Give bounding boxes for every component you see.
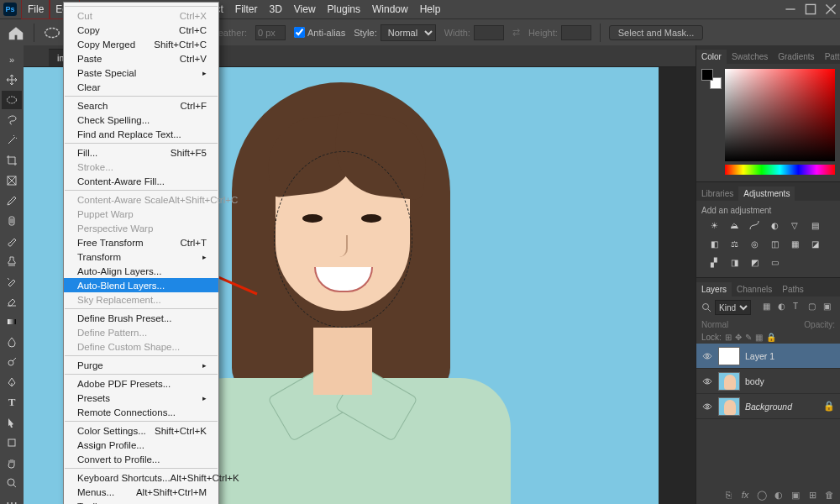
adj-new-icon[interactable]: ◐ xyxy=(773,489,785,501)
zoom-tool-icon[interactable] xyxy=(2,474,22,492)
filter-shape-icon[interactable]: ▢ xyxy=(808,302,820,313)
lookup-icon[interactable]: ▦ xyxy=(787,237,802,250)
menu-find-and-replace-text[interactable]: Find and Replace Text... xyxy=(64,127,218,141)
minimize-icon[interactable] xyxy=(785,3,796,15)
visibility-icon[interactable] xyxy=(701,375,713,387)
filter-type-icon[interactable]: T xyxy=(793,302,805,313)
mask-icon[interactable]: ◯ xyxy=(756,489,768,501)
invert-icon[interactable]: ◪ xyxy=(807,237,822,250)
menu-item-file[interactable]: File xyxy=(22,0,50,18)
menu-adobe-pdf-presets[interactable]: Adobe PDF Presets... xyxy=(64,376,218,391)
lock-pix-icon[interactable]: ✎ xyxy=(745,333,752,342)
vibrance-icon[interactable]: ▽ xyxy=(787,218,802,232)
cbalance-icon[interactable]: ⚖ xyxy=(727,237,742,250)
visibility-icon[interactable] xyxy=(701,401,713,412)
tab-patter[interactable]: Patter xyxy=(820,50,840,64)
collapse-icon[interactable]: » xyxy=(2,50,22,69)
hue-icon[interactable]: ▤ xyxy=(807,218,822,232)
eyedropper-tool-icon[interactable] xyxy=(2,192,22,210)
new-layer-icon[interactable]: ⊞ xyxy=(806,489,818,501)
brightness-icon[interactable]: ☀ xyxy=(706,218,722,232)
menu-item-filter[interactable]: Filter xyxy=(229,0,264,18)
lasso-tool-icon[interactable] xyxy=(2,111,22,129)
heal-tool-icon[interactable] xyxy=(2,212,22,230)
filter-adj-icon[interactable]: ◐ xyxy=(778,302,790,313)
tab-gradients[interactable]: Gradients xyxy=(773,50,819,64)
crop-tool-icon[interactable] xyxy=(2,151,22,170)
marquee-tool-icon[interactable] xyxy=(2,91,22,109)
menu-content-aware-fill[interactable]: Content-Aware Fill... xyxy=(64,174,218,188)
search-icon[interactable] xyxy=(701,302,711,312)
maximize-icon[interactable] xyxy=(805,3,816,15)
menu-fill[interactable]: Fill...Shift+F5 xyxy=(64,145,218,160)
menu-item-view[interactable]: View xyxy=(288,0,322,18)
menu-define-brush-preset[interactable]: Define Brush Preset... xyxy=(64,311,218,325)
menu-search[interactable]: SearchCtrl+F xyxy=(64,98,218,113)
link-icon[interactable]: ⎘ xyxy=(722,489,734,501)
photo-filter-icon[interactable]: ◎ xyxy=(747,237,762,250)
shape-tool-icon[interactable] xyxy=(2,433,22,452)
home-icon[interactable] xyxy=(7,24,25,42)
layer-row[interactable]: Background🔒 xyxy=(696,394,840,419)
antialias-checkbox[interactable]: Anti-alias xyxy=(294,27,345,38)
opacity-label[interactable]: Opacity: xyxy=(804,320,835,329)
tab-adjustments[interactable]: Adjustments xyxy=(738,186,795,201)
dodge-tool-icon[interactable] xyxy=(2,353,22,371)
move-tool-icon[interactable] xyxy=(2,71,22,89)
folder-icon[interactable]: ▣ xyxy=(790,489,801,501)
gradmap-icon[interactable]: ▭ xyxy=(767,255,782,269)
menu-purge[interactable]: Purge xyxy=(64,358,218,372)
menu-clear[interactable]: Clear xyxy=(64,80,218,94)
posterize-icon[interactable]: ▞ xyxy=(706,255,722,269)
menu-item-window[interactable]: Window xyxy=(366,0,414,18)
fx-icon[interactable]: fx xyxy=(739,489,751,501)
panel-fg-bg[interactable] xyxy=(701,69,722,89)
mixer-icon[interactable]: ◫ xyxy=(767,237,782,250)
hand-tool-icon[interactable] xyxy=(2,454,22,472)
menu-paste-special[interactable]: Paste Special xyxy=(64,66,218,80)
menu-copy-merged[interactable]: Copy MergedShift+Ctrl+C xyxy=(64,37,218,51)
levels-icon[interactable]: ⛰ xyxy=(727,218,742,232)
menu-auto-blend-layers[interactable]: Auto-Blend Layers... xyxy=(64,278,218,292)
menu-keyboard-shortcuts[interactable]: Keyboard Shortcuts...Alt+Shift+Ctrl+K xyxy=(64,470,218,485)
tab-paths[interactable]: Paths xyxy=(777,282,809,297)
trash-icon[interactable]: 🗑 xyxy=(823,489,835,501)
tab-channels[interactable]: Channels xyxy=(732,282,777,297)
blend-mode[interactable]: Normal xyxy=(701,320,728,329)
select-and-mask-button[interactable]: Select and Mask... xyxy=(609,25,704,40)
menu-auto-align-layers[interactable]: Auto-Align Layers... xyxy=(64,264,218,278)
menu-menus[interactable]: Menus...Alt+Shift+Ctrl+M xyxy=(64,485,218,499)
hue-slider[interactable] xyxy=(725,165,835,175)
tool-preset-icon[interactable] xyxy=(43,24,61,42)
frame-tool-icon[interactable] xyxy=(2,171,22,190)
lock-icon[interactable]: 🔒 xyxy=(766,333,776,342)
more-icon[interactable]: ⋯ xyxy=(2,494,22,504)
history-brush-icon[interactable] xyxy=(2,272,22,291)
selective-icon[interactable]: ◩ xyxy=(747,255,762,269)
tab-color[interactable]: Color xyxy=(696,50,727,64)
feather-input[interactable] xyxy=(255,25,286,40)
pen-tool-icon[interactable] xyxy=(2,373,22,391)
path-tool-icon[interactable] xyxy=(2,413,22,432)
menu-item-plugins[interactable]: Plugins xyxy=(322,0,366,18)
layer-row[interactable]: Layer 1 xyxy=(696,344,840,369)
curves-icon[interactable] xyxy=(747,218,762,232)
menu-paste[interactable]: PasteCtrl+V xyxy=(64,51,218,66)
filter-pixel-icon[interactable]: ▦ xyxy=(763,302,774,313)
brush-tool-icon[interactable] xyxy=(2,232,22,250)
wand-tool-icon[interactable] xyxy=(2,131,22,150)
filter-smart-icon[interactable]: ▣ xyxy=(823,302,835,313)
menu-presets[interactable]: Presets xyxy=(64,391,218,405)
blur-tool-icon[interactable] xyxy=(2,333,22,351)
threshold-icon[interactable]: ◨ xyxy=(727,255,742,269)
lock-all-icon[interactable]: ⊞ xyxy=(725,333,732,342)
lock-pos-icon[interactable]: ✥ xyxy=(735,333,742,342)
menu-free-transform[interactable]: Free TransformCtrl+T xyxy=(64,235,218,249)
tab-swatches[interactable]: Swatches xyxy=(727,50,773,64)
menu-assign-profile[interactable]: Assign Profile... xyxy=(64,438,218,452)
style-select[interactable]: Normal xyxy=(381,24,436,41)
menu-item-3d[interactable]: 3D xyxy=(263,0,287,18)
menu-color-settings[interactable]: Color Settings...Shift+Ctrl+K xyxy=(64,423,218,438)
tab-layers[interactable]: Layers xyxy=(696,282,732,297)
gradient-tool-icon[interactable] xyxy=(2,312,22,331)
